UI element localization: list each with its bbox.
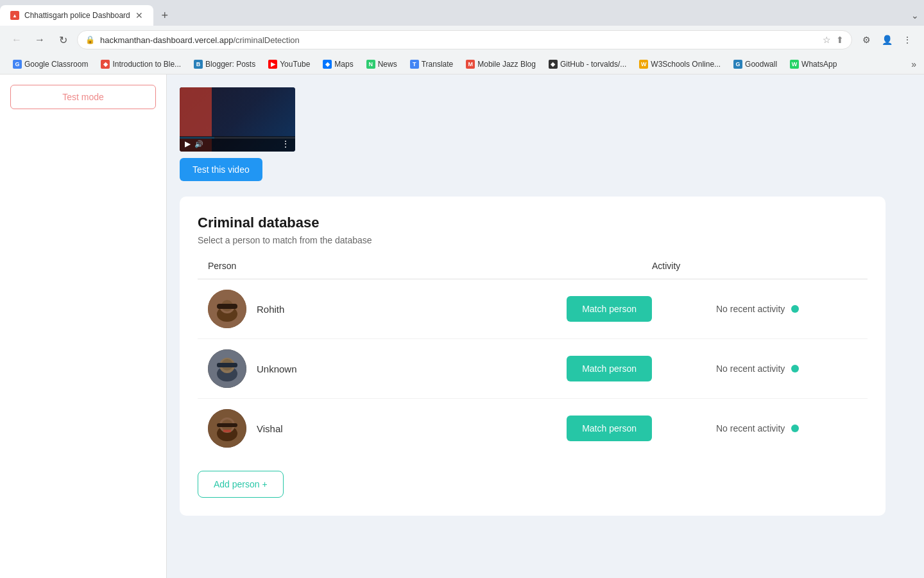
avatar-face-vishal	[208, 409, 246, 448]
table-row: Unknown Match person No recent activity	[198, 339, 868, 399]
person-name-vishal: Vishal	[257, 423, 283, 434]
criminal-database-section: Criminal database Select a person to mat…	[180, 197, 886, 516]
bookmark-favicon: T	[410, 60, 419, 69]
page-content: Test mode ▶ 🔊 ⋮	[0, 74, 924, 578]
menu-button[interactable]: ⋮	[898, 31, 916, 49]
activity-vishal: No recent activity	[716, 423, 857, 434]
bookmark-label: GitHub - torvalds/...	[560, 60, 626, 69]
bookmark-whatsapp[interactable]: W WhatsApp	[785, 58, 842, 71]
person-name-unknown: Unknown	[257, 363, 297, 374]
bookmark-favicon: B	[194, 60, 203, 69]
person-name-rohith: Rohith	[257, 304, 284, 315]
bookmark-youtube[interactable]: ▶ YouTube	[263, 58, 315, 71]
bookmark-google-classroom[interactable]: G Google Classroom	[8, 58, 93, 71]
bookmark-mobile-jazz[interactable]: M Mobile Jazz Blog	[461, 58, 541, 71]
database-subtitle: Select a person to match from the databa…	[198, 235, 868, 245]
bookmark-news[interactable]: N News	[361, 58, 402, 71]
bookmark-favicon: ◆	[549, 60, 558, 69]
bookmark-label: Introduction to Ble...	[112, 60, 181, 69]
forward-button[interactable]: →	[31, 31, 49, 49]
bookmark-translate[interactable]: T Translate	[405, 58, 459, 71]
extensions-button[interactable]: ⚙	[857, 31, 875, 49]
bookmark-github[interactable]: ◆ GitHub - torvalds/...	[543, 58, 631, 71]
svg-rect-15	[223, 430, 231, 432]
bookmark-label: News	[378, 60, 397, 69]
browser-window: ▲ Chhattisgarh police Dashboard ✕ + ⌄ ← …	[0, 0, 924, 578]
persons-table: Person Activity	[198, 261, 868, 458]
bookmark-label: Google Classroom	[24, 60, 88, 69]
lock-icon: 🔒	[85, 35, 95, 44]
bookmark-intro-ble[interactable]: ◆ Introduction to Ble...	[96, 58, 186, 71]
bookmark-goodwall[interactable]: G Goodwall	[728, 58, 782, 71]
person-info-vishal: Vishal	[208, 409, 567, 448]
match-person-button-rohith[interactable]: Match person	[567, 296, 652, 322]
bookmark-favicon: ▶	[268, 60, 277, 69]
tab-list-button[interactable]: ⌄	[906, 6, 924, 24]
avatar-vishal	[208, 409, 246, 448]
activity-indicator-unknown	[791, 365, 799, 372]
column-activity-header: Activity	[652, 261, 857, 271]
activity-indicator-vishal	[791, 425, 799, 432]
person-info-unknown: Unknown	[208, 349, 567, 388]
sidebar: Test mode	[0, 74, 167, 578]
avatar-face-unknown	[208, 349, 246, 388]
bookmark-favicon: ◆	[101, 60, 110, 69]
match-person-button-vishal[interactable]: Match person	[567, 416, 652, 441]
avatar-rohith	[208, 290, 246, 328]
add-person-button[interactable]: Add person +	[198, 471, 284, 498]
table-row: Rohith Match person No recent activity	[198, 279, 868, 339]
bookmark-label: Mobile Jazz Blog	[477, 60, 536, 69]
tab-bar: ▲ Chhattisgarh police Dashboard ✕ + ⌄	[0, 0, 924, 26]
activity-unknown: No recent activity	[716, 363, 857, 374]
column-person-header: Person	[208, 261, 652, 271]
bookmark-favicon: M	[466, 60, 475, 69]
activity-text-vishal: No recent activity	[716, 423, 785, 434]
navigation-bar: ← → ↻ 🔒 hackmanthan-dashboard.vercel.app…	[0, 26, 924, 54]
video-controls: ▶ 🔊 ⋮	[180, 136, 295, 152]
video-volume-button[interactable]: 🔊	[194, 140, 203, 148]
bookmark-favicon: G	[733, 60, 742, 69]
video-play-button[interactable]: ▶	[185, 139, 191, 148]
bookmarks-more-button[interactable]: »	[911, 59, 916, 69]
bookmark-favicon: ◆	[323, 60, 332, 69]
video-player: ▶ 🔊 ⋮	[180, 87, 295, 152]
activity-text-unknown: No recent activity	[716, 363, 785, 374]
test-mode-button[interactable]: Test mode	[10, 85, 156, 109]
video-section: ▶ 🔊 ⋮ Test this video	[180, 87, 911, 181]
bookmark-star-icon[interactable]: ☆	[823, 35, 831, 45]
table-header: Person Activity	[198, 261, 868, 279]
bookmark-favicon: G	[13, 60, 22, 69]
match-person-button-unknown[interactable]: Match person	[567, 356, 652, 381]
activity-indicator-rohith	[791, 305, 799, 313]
bookmarks-bar: G Google Classroom ◆ Introduction to Ble…	[0, 54, 924, 74]
database-title: Criminal database	[198, 215, 868, 231]
test-video-button[interactable]: Test this video	[180, 158, 262, 181]
profile-button[interactable]: 👤	[878, 31, 896, 49]
address-bar[interactable]: 🔒 hackmanthan-dashboard.vercel.app/crimi…	[77, 30, 852, 49]
bookmark-blogger[interactable]: B Blogger: Posts	[189, 58, 261, 71]
share-icon[interactable]: ⬆	[836, 35, 844, 45]
tab-favicon: ▲	[10, 11, 19, 20]
avatar-unknown	[208, 349, 246, 388]
bookmark-label: W3Schools Online...	[651, 60, 721, 69]
bookmark-favicon: W	[639, 60, 648, 69]
avatar-face-rohith	[208, 290, 246, 328]
bookmark-w3schools[interactable]: W W3Schools Online...	[634, 58, 726, 71]
bookmark-label: Maps	[334, 60, 353, 69]
bookmark-maps[interactable]: ◆ Maps	[318, 58, 358, 71]
tab-close-button[interactable]: ✕	[135, 10, 143, 21]
bookmark-label: Goodwall	[745, 60, 777, 69]
new-tab-button[interactable]: +	[156, 6, 174, 24]
video-more-button[interactable]: ⋮	[281, 139, 290, 149]
bookmark-label: Translate	[422, 60, 454, 69]
svg-rect-4	[217, 304, 237, 309]
back-button[interactable]: ←	[8, 31, 26, 49]
active-tab[interactable]: ▲ Chhattisgarh police Dashboard ✕	[0, 5, 153, 26]
table-row: Vishal Match person No recent activity	[198, 399, 868, 458]
bookmark-favicon: W	[790, 60, 799, 69]
bookmark-label: YouTube	[280, 60, 310, 69]
reload-button[interactable]: ↻	[54, 31, 72, 49]
svg-rect-14	[217, 423, 237, 427]
main-content: ▶ 🔊 ⋮ Test this video Criminal database …	[167, 74, 924, 578]
person-info-rohith: Rohith	[208, 290, 567, 328]
